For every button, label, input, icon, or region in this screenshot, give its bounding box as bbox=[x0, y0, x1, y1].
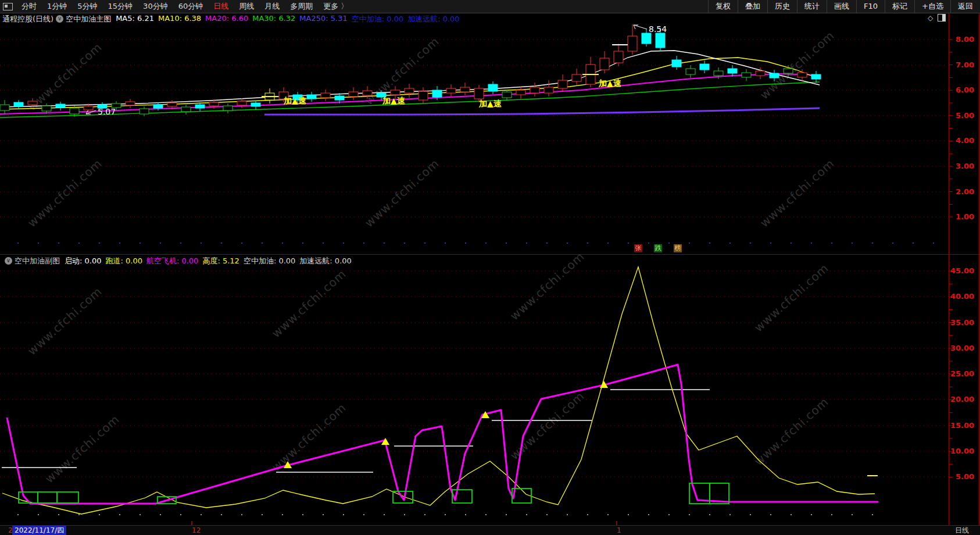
accel-signal-label: 加▲速 bbox=[598, 79, 622, 88]
accel-signal-label: 加▲速 bbox=[478, 99, 502, 108]
axis-label: 40.00 bbox=[947, 292, 974, 301]
axis-label: 35.00 bbox=[947, 318, 974, 327]
legend-ma20: MA20: 6.60 bbox=[205, 14, 248, 24]
field-qidong: 启动: 0.00 bbox=[65, 256, 101, 266]
diamond-icon[interactable]: ◇ bbox=[928, 14, 933, 22]
sub-indicator-name: 空中加油副图 bbox=[15, 256, 60, 266]
axis-label: 8.00 bbox=[947, 35, 974, 44]
field-gaodu: 高度: 5.12 bbox=[202, 256, 239, 266]
main-chart-legend: 通程控股(日线) ∨ 空中加油主图 MA5: 6.21MA10: 6.38MA2… bbox=[2, 14, 464, 24]
axis-label: 5.00 bbox=[947, 111, 974, 120]
axis-label: 15.00 bbox=[947, 421, 974, 430]
rank-button-2[interactable]: 榜 bbox=[674, 244, 682, 252]
stock-title: 通程控股(日线) bbox=[2, 14, 53, 24]
axis-label: 4.00 bbox=[947, 136, 974, 145]
axis-label: 10.00 bbox=[947, 447, 974, 455]
current-date-box: 2022/11/17/四 bbox=[12, 526, 66, 535]
indicator-dropdown-icon[interactable]: ∨ bbox=[56, 15, 63, 23]
field-kongzhongjiayou: 空中加油: 0.00 bbox=[244, 256, 295, 266]
axis-label: 30.00 bbox=[947, 344, 974, 352]
sub-chart-legend: ∨ 空中加油副图 启动: 0.00跑道: 0.00航空飞机: 0.00高度: 5… bbox=[2, 256, 356, 266]
rank-button-0[interactable]: 张 bbox=[634, 244, 642, 252]
sub-indicator-fields: 启动: 0.00跑道: 0.00航空飞机: 0.00高度: 5.12空中加油: … bbox=[65, 256, 356, 266]
legend-kzjy: 空中加油: 0.00 bbox=[352, 14, 403, 24]
field-jiasuyuanhang: 加速远航: 0.00 bbox=[299, 256, 351, 266]
axis-label: 45.00 bbox=[947, 266, 974, 275]
status-bar: 2 2022/11/17/四 12 1 日线 bbox=[0, 526, 980, 535]
axis-label: 25.00 bbox=[947, 369, 974, 378]
field-hangkongfeiji: 航空飞机: 0.00 bbox=[146, 256, 198, 266]
peak-price-annotation: 8.54 bbox=[649, 24, 667, 34]
legend-ma30: MA30: 6.32 bbox=[252, 14, 295, 24]
accel-signal-label: 加▲速 bbox=[283, 96, 307, 105]
axis-label: 20.00 bbox=[947, 395, 974, 404]
axis-label: 7.00 bbox=[947, 60, 974, 69]
axis-label: 6.00 bbox=[947, 85, 974, 94]
period-indicator[interactable]: 日线 bbox=[955, 526, 969, 535]
chart-canvas[interactable]: 加▲速加▲速加▲速加▲速8.545.07 bbox=[0, 0, 980, 535]
axis-label: 3.00 bbox=[947, 162, 974, 170]
low-price-annotation: 5.07 bbox=[98, 107, 116, 116]
axis-label: 2.00 bbox=[947, 187, 974, 196]
rank-buttons: 张跌榜 bbox=[634, 244, 682, 252]
ma-legend: MA5: 6.21MA10: 6.38MA20: 6.60MA30: 6.32M… bbox=[116, 14, 464, 24]
split-window-icon[interactable] bbox=[938, 14, 946, 22]
axis-label: 1.00 bbox=[947, 212, 974, 221]
legend-ma250: MA250: 5.31 bbox=[299, 14, 347, 24]
field-paodao: 跑道: 0.00 bbox=[105, 256, 142, 266]
right-border-line bbox=[979, 13, 979, 535]
sub-indicator-dropdown-icon[interactable]: ∨ bbox=[5, 257, 12, 265]
panel-corner-icons: ◇ bbox=[928, 14, 946, 22]
legend-jsyh: 加速远航: 0.00 bbox=[407, 14, 459, 24]
legend-ma5: MA5: 6.21 bbox=[116, 14, 154, 24]
axis-label: 5.00 bbox=[947, 472, 974, 481]
legend-ma10: MA10: 6.38 bbox=[158, 14, 201, 24]
month-label-12[interactable]: 12 bbox=[192, 526, 201, 535]
panel-separator bbox=[0, 254, 980, 255]
main-indicator-name: 空中加油主图 bbox=[66, 14, 111, 24]
accel-signal-label: 加▲速 bbox=[382, 96, 406, 105]
rank-button-1[interactable]: 跌 bbox=[654, 244, 662, 252]
month-label-1[interactable]: 1 bbox=[617, 526, 621, 535]
trading-terminal: 分时1分钟5分钟15分钟30分钟60分钟日线周线月线多周期更多 〉 复权叠加历史… bbox=[0, 0, 980, 535]
